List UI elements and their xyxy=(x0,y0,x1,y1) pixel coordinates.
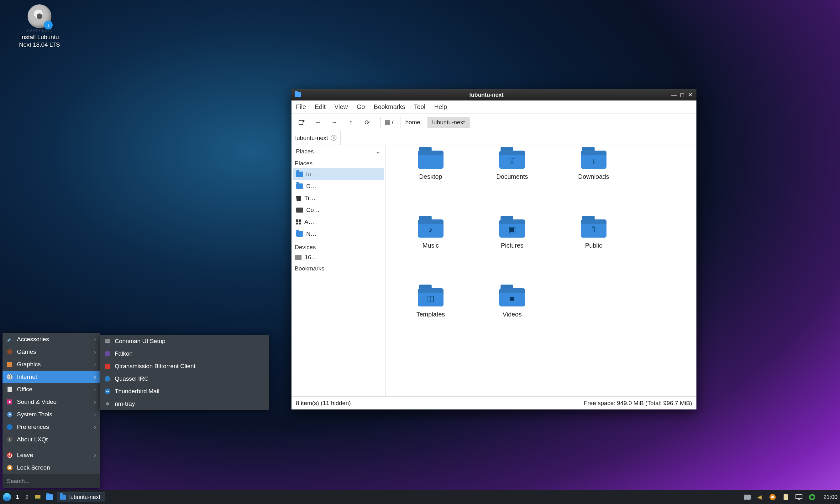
svg-point-30 xyxy=(810,496,814,499)
folder-downloads[interactable]: ↓Downloads xyxy=(553,149,634,218)
update-manager-icon[interactable] xyxy=(768,493,777,502)
menu-category-graphics[interactable]: Graphics› xyxy=(2,358,100,371)
sidebar-item-a[interactable]: A… xyxy=(293,216,384,228)
menu-search-input[interactable] xyxy=(5,476,97,486)
sidebar: Places ⌄ Places lu…D…Tr…Co…A…N… Devices … xyxy=(291,145,385,396)
menu-category-sound-video[interactable]: Sound & Video› xyxy=(2,396,100,408)
menu-file[interactable]: File xyxy=(296,103,306,110)
menu-go[interactable]: Go xyxy=(357,103,365,110)
menu-view[interactable]: View xyxy=(335,103,348,110)
display-icon[interactable] xyxy=(794,493,803,502)
svg-rect-14 xyxy=(105,339,110,342)
submenu-item-connman-ui-setup[interactable]: Connman UI Setup xyxy=(100,335,269,347)
maximize-button[interactable]: ◻ xyxy=(679,91,685,98)
menu-category-preferences[interactable]: Preferences› xyxy=(2,421,100,433)
menu-edit[interactable]: Edit xyxy=(315,103,325,110)
sidebar-section-bookmarks: Bookmarks xyxy=(291,263,385,273)
minimize-button[interactable]: — xyxy=(671,92,677,98)
submenu-item-quassel-irc[interactable]: Quassel IRC xyxy=(100,373,269,385)
folder-icon: ⇧ xyxy=(581,219,606,238)
watermark-text: SOFTPEDIA xyxy=(11,29,68,32)
sidebar-item-d[interactable]: D… xyxy=(293,180,384,192)
menu-category-system-tools[interactable]: System Tools› xyxy=(2,408,100,421)
submenu-item-nm-tray[interactable]: nm-tray xyxy=(100,398,269,410)
workspace-2[interactable]: 2 xyxy=(24,494,30,501)
power-icon[interactable] xyxy=(808,493,817,502)
toolbar-divider xyxy=(377,117,377,128)
sidebar-item-n[interactable]: N… xyxy=(293,228,384,240)
menu-category-office[interactable]: Office› xyxy=(2,383,100,396)
menu-bookmarks[interactable]: Bookmarks xyxy=(374,103,405,110)
doc-icon xyxy=(6,386,13,393)
svg-rect-28 xyxy=(798,499,800,500)
folder-music[interactable]: ♪Music xyxy=(390,218,472,286)
tray-arrow-icon[interactable]: ◀ xyxy=(755,493,764,502)
close-button[interactable]: ✕ xyxy=(687,91,693,98)
menu-tool[interactable]: Tool xyxy=(414,103,425,110)
menubar: FileEditViewGoBookmarksToolHelp xyxy=(291,101,697,114)
sidebar-section-devices: Devices xyxy=(291,242,385,251)
clock[interactable]: 21:00 xyxy=(823,494,838,501)
chevron-right-icon: › xyxy=(94,374,96,380)
menu-category-accessories[interactable]: Accessories› xyxy=(2,333,100,346)
clipboard-icon[interactable] xyxy=(782,493,790,502)
svg-rect-21 xyxy=(299,120,303,124)
submenu-item-falkon[interactable]: Falkon xyxy=(100,347,269,360)
menu-help[interactable]: Help xyxy=(434,103,447,110)
menu-lock-screen[interactable]: Lock Screen xyxy=(2,462,100,474)
menu-category-internet[interactable]: Internet› xyxy=(2,371,100,383)
sidebar-item-co[interactable]: Co… xyxy=(293,204,384,216)
start-menu-button[interactable] xyxy=(2,493,11,502)
reload-button[interactable]: ⟳ xyxy=(360,117,374,128)
folder-videos[interactable]: ■Videos xyxy=(472,286,553,355)
chevron-right-icon: › xyxy=(94,411,96,418)
up-button[interactable]: ↑ xyxy=(344,117,357,128)
install-shortcut[interactable]: ↓ SOFTPEDIA Install LubuntuNext 18.04 LT… xyxy=(11,4,68,49)
gear-icon xyxy=(6,411,13,418)
lock-icon xyxy=(6,464,13,471)
svg-point-0 xyxy=(7,349,12,354)
qt-icon xyxy=(104,363,111,370)
submenu-item-qtransmission-bittorrent-client[interactable]: Qtransmission Bittorrent Client xyxy=(100,360,269,373)
tab-close-icon[interactable]: ⓧ xyxy=(331,134,337,142)
submenu-item-thunderbird-mail[interactable]: Thunderbird Mail xyxy=(100,385,269,398)
folder-templates[interactable]: ◫Templates xyxy=(390,286,472,355)
folder-desktop[interactable]: Desktop xyxy=(390,149,472,218)
new-tab-button[interactable] xyxy=(295,117,308,128)
power-icon xyxy=(6,452,13,458)
folder-public[interactable]: ⇧Public xyxy=(553,218,634,286)
monitor-icon xyxy=(104,338,111,345)
menu-category-about-lxqt[interactable]: iAbout LXQt xyxy=(2,433,100,446)
svg-point-16 xyxy=(105,351,110,357)
show-desktop-button[interactable] xyxy=(33,493,42,502)
workspace-1[interactable]: 1 xyxy=(14,494,21,501)
tab-current[interactable]: lubuntu-next ⓧ xyxy=(291,131,341,145)
titlebar[interactable]: lubuntu-next — ◻ ✕ xyxy=(291,89,697,101)
path-current[interactable]: lubuntu-next xyxy=(428,117,470,128)
back-button[interactable]: ← xyxy=(311,117,325,128)
sidebar-device[interactable]: 16… xyxy=(291,251,385,263)
menu-leave[interactable]: Leave› xyxy=(2,449,100,462)
chevron-right-icon: › xyxy=(94,336,96,343)
svg-rect-17 xyxy=(105,364,110,369)
path-home[interactable]: home xyxy=(400,117,425,128)
palette-icon xyxy=(6,361,13,368)
sidebar-item-tr[interactable]: Tr… xyxy=(293,192,384,204)
sidebar-header[interactable]: Places ⌄ xyxy=(291,145,385,158)
folder-documents[interactable]: 🗎Documents xyxy=(472,149,553,218)
task-title: lubuntu-next xyxy=(69,494,100,501)
folder-icon xyxy=(60,494,66,500)
falkon-icon xyxy=(104,350,111,357)
keyboard-icon[interactable] xyxy=(744,494,751,500)
forward-button[interactable]: → xyxy=(328,117,341,128)
taskbar-task-filemanager[interactable]: lubuntu-next xyxy=(57,492,105,502)
file-manager-launcher[interactable] xyxy=(45,493,54,502)
menu-category-games[interactable]: Games› xyxy=(2,346,100,358)
tools-icon xyxy=(6,336,13,343)
path-root[interactable]: / xyxy=(380,117,398,128)
sidebar-item-lu[interactable]: lu… xyxy=(293,168,384,180)
media-icon xyxy=(6,398,13,406)
svg-point-19 xyxy=(105,389,110,394)
folder-pictures[interactable]: ▣Pictures xyxy=(472,218,553,286)
pathbar: / home lubuntu-next xyxy=(380,117,469,128)
